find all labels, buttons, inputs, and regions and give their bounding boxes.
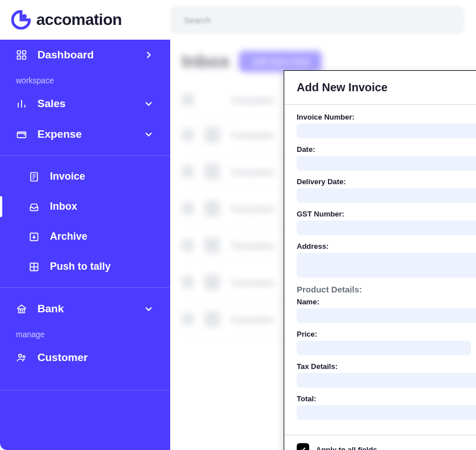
svg-rect-1 xyxy=(18,51,21,54)
sidebar-section-workspace: workspace xyxy=(0,70,170,88)
main-content: Inbox Add New Chat Transaction Transacti… xyxy=(170,40,476,450)
sidebar-item-expense[interactable]: Expense xyxy=(0,119,170,150)
sidebar-label: Push to tally xyxy=(50,261,111,273)
chevron-down-icon xyxy=(143,303,154,315)
input-tax-details[interactable] xyxy=(297,373,476,388)
input-date[interactable] xyxy=(297,156,476,171)
sidebar-item-archive[interactable]: Archive xyxy=(0,222,170,252)
input-invoice-number[interactable] xyxy=(297,124,476,138)
input-address[interactable] xyxy=(297,253,476,278)
brand-logo: accomation xyxy=(11,10,170,29)
svg-rect-3 xyxy=(18,56,21,60)
page-title: Inbox xyxy=(182,51,230,72)
input-gst-number[interactable] xyxy=(297,220,476,235)
svg-point-10 xyxy=(23,356,25,358)
customer-icon xyxy=(16,352,27,363)
label-invoice-number: Invoice Number: xyxy=(297,113,476,121)
svg-point-9 xyxy=(19,354,22,357)
chart-icon xyxy=(16,98,27,109)
label-name: Name: xyxy=(297,298,476,306)
svg-rect-2 xyxy=(23,51,26,54)
wallet-icon xyxy=(16,129,27,140)
sidebar-label: Archive xyxy=(50,231,87,243)
sidebar-label: Sales xyxy=(37,97,66,110)
sidebar-item-invoice[interactable]: Invoice xyxy=(0,162,170,192)
search-input[interactable]: Search xyxy=(170,6,465,34)
sidebar-label: Customer xyxy=(37,351,88,364)
add-invoice-modal: Add New Invoice Invoice Number: Date: De… xyxy=(284,70,476,450)
sidebar-item-dashboard[interactable]: Dashboard xyxy=(0,40,170,70)
input-delivery-date[interactable] xyxy=(297,188,476,203)
input-price[interactable] xyxy=(297,341,471,355)
chevron-down-icon xyxy=(143,129,154,140)
sidebar-label: Expense xyxy=(37,128,82,141)
label-price: Price: xyxy=(297,330,471,338)
sidebar-label: Bank xyxy=(37,303,64,315)
label-tax-details: Tax Details: xyxy=(297,362,476,371)
chevron-right-icon xyxy=(143,49,154,61)
brand-name: accomation xyxy=(36,11,122,29)
inbox-icon xyxy=(28,201,40,213)
input-name[interactable] xyxy=(297,308,476,323)
sidebar: Dashboard workspace Sales Expense Invoic… xyxy=(0,40,170,450)
apply-all-checkbox[interactable] xyxy=(297,443,309,450)
sidebar-label: Inbox xyxy=(50,201,77,213)
label-delivery-date: Delivery Date: xyxy=(297,177,476,186)
check-icon xyxy=(299,445,307,450)
label-date: Date: xyxy=(297,145,476,154)
chevron-down-icon xyxy=(143,98,154,109)
sidebar-label: Invoice xyxy=(50,171,85,182)
svg-point-0 xyxy=(22,14,27,19)
label-gst-number: GST Number: xyxy=(297,210,476,218)
apply-all-label: Apply to all fields xyxy=(316,445,377,451)
logo-icon xyxy=(11,10,31,29)
sidebar-item-inbox[interactable]: Inbox xyxy=(0,192,170,222)
invoice-icon xyxy=(28,171,40,182)
sidebar-item-bank[interactable]: Bank xyxy=(0,294,170,324)
sidebar-item-push-to-tally[interactable]: Push to tally xyxy=(0,252,170,282)
sidebar-section-manage: manage xyxy=(0,324,170,342)
label-address: Address: xyxy=(297,242,476,251)
grid-icon xyxy=(28,261,40,273)
archive-icon xyxy=(28,231,40,243)
input-total[interactable] xyxy=(297,405,476,420)
label-product-details: Product Details: xyxy=(297,285,476,294)
dashboard-icon xyxy=(16,49,27,61)
svg-rect-4 xyxy=(23,56,26,60)
sidebar-label: Dashboard xyxy=(37,49,94,61)
label-total: Total: xyxy=(297,394,476,403)
add-new-button[interactable]: Add New Chat xyxy=(239,51,322,72)
sidebar-item-sales[interactable]: Sales xyxy=(0,88,170,119)
modal-title: Add New Invoice xyxy=(284,71,476,105)
bank-icon xyxy=(16,303,27,315)
sidebar-item-customer[interactable]: Customer xyxy=(0,342,170,373)
